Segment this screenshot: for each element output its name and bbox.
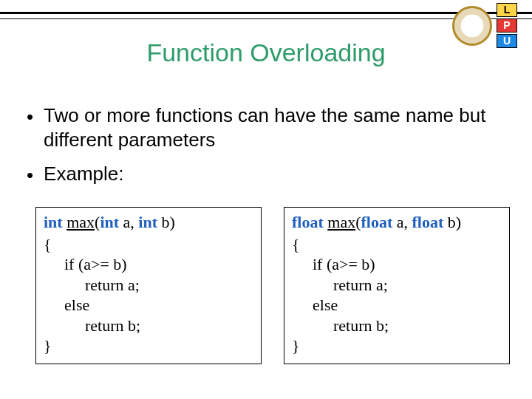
bullet-icon: •	[27, 162, 33, 188]
code-columns: int max(int a, int b) { if (a>= b) retur…	[35, 207, 510, 364]
lpu-letter-l: L	[497, 3, 517, 17]
code-line: }	[44, 335, 253, 356]
code-box-float: float max(float a, float b) { if (a>= b)…	[284, 207, 510, 364]
bullet-list: • Two or more functions can have the sam…	[27, 103, 510, 198]
code-signature: float max(float a, float b)	[292, 212, 502, 233]
param-name: b	[448, 213, 456, 231]
keyword: int	[100, 213, 119, 231]
keyword: float	[292, 213, 324, 231]
code-box-int: int max(int a, int b) { if (a>= b) retur…	[35, 207, 262, 364]
code-line: if (a>= b)	[44, 254, 253, 275]
page-title: Function Overloading	[0, 38, 532, 67]
code-line: else	[44, 295, 253, 316]
lpu-letter-p: P	[497, 18, 517, 33]
code-line: {	[292, 234, 502, 255]
param-name: a	[123, 213, 131, 231]
list-item: • Two or more functions can have the sam…	[27, 103, 510, 151]
bullet-icon: •	[27, 103, 33, 151]
keyword: int	[138, 213, 157, 231]
code-signature: int max(int a, int b)	[44, 212, 253, 233]
keyword: float	[361, 213, 392, 231]
list-item: • Example:	[27, 162, 510, 188]
code-line: if (a>= b)	[292, 254, 502, 275]
code-line: {	[44, 234, 253, 255]
bullet-text: Two or more functions can have the same …	[44, 103, 510, 151]
keyword: float	[412, 213, 444, 231]
code-line: return b;	[44, 316, 253, 336]
code-line: return b;	[292, 316, 502, 336]
code-line: return a;	[292, 275, 502, 296]
code-line: else	[292, 295, 502, 316]
code-line: }	[292, 335, 502, 356]
bullet-text: Example:	[44, 162, 123, 188]
param-name: b	[162, 213, 170, 231]
function-name: max	[327, 213, 355, 231]
slide: L P U Function Overloading • Two or more…	[0, 0, 532, 399]
param-name: a	[397, 213, 404, 231]
function-name: max	[66, 213, 95, 231]
keyword: int	[44, 213, 63, 231]
code-line: return a;	[44, 275, 253, 296]
